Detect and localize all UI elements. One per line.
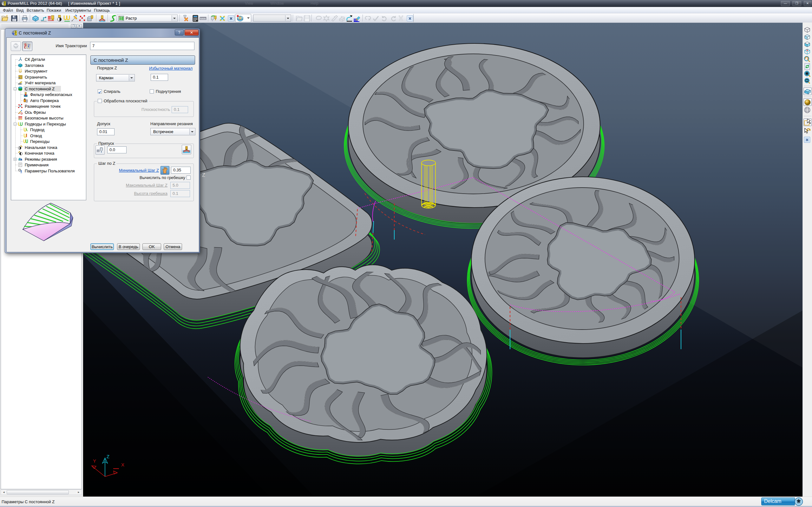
svg-text:Y: Y (93, 458, 96, 464)
svg-text:X: X (121, 462, 124, 467)
svg-text:Z: Z (107, 454, 109, 459)
svg-text:Z: Z (202, 172, 205, 178)
